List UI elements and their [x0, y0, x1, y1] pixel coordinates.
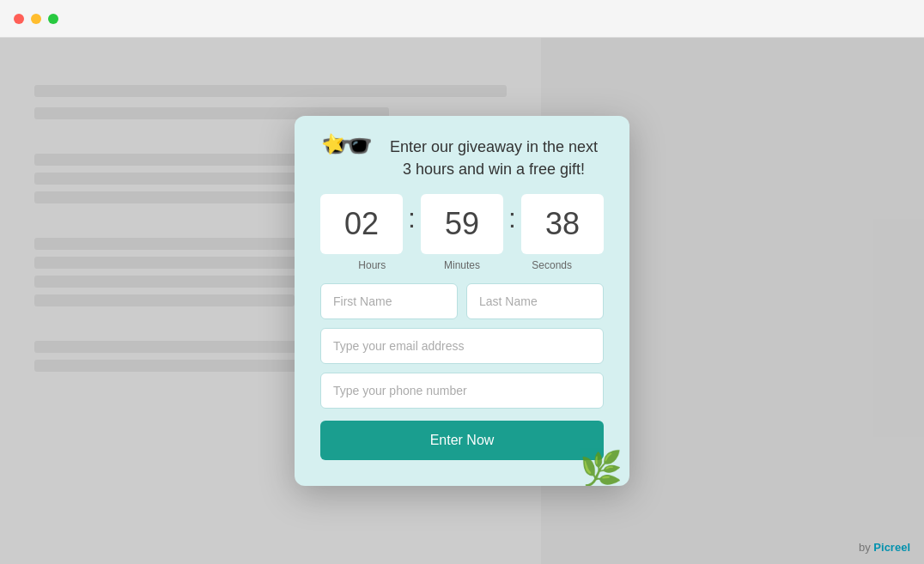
countdown-timer: 02 : 59 : 38	[320, 194, 604, 254]
seconds-value: 38	[545, 206, 580, 242]
email-row	[320, 328, 604, 364]
traffic-light-close[interactable]	[14, 14, 24, 24]
phone-row	[320, 373, 604, 409]
name-row	[320, 283, 604, 319]
giveaway-modal: ⭐ 🕶️ Enter our giveaway in the next 3 ho…	[295, 116, 629, 485]
enter-now-button[interactable]: Enter Now	[320, 421, 604, 460]
minutes-label: Minutes	[417, 259, 508, 271]
hours-value: 02	[344, 206, 379, 242]
plant-decoration: 🌿	[580, 452, 623, 486]
seconds-block: 38	[521, 194, 604, 254]
traffic-light-fullscreen[interactable]	[48, 14, 58, 24]
modal-title: Enter our giveaway in the next 3 hours a…	[384, 133, 604, 179]
seconds-label: Seconds	[507, 259, 597, 271]
separator-1: :	[403, 203, 421, 234]
modal-overlay: ⭐ 🕶️ Enter our giveaway in the next 3 ho…	[0, 38, 924, 564]
window-chrome	[0, 0, 924, 38]
time-labels: Hours Minutes Seconds	[320, 259, 604, 271]
minutes-block: 59	[421, 194, 503, 254]
email-input[interactable]	[320, 328, 604, 364]
hours-label: Hours	[327, 259, 417, 271]
first-name-input[interactable]	[320, 283, 458, 319]
phone-input[interactable]	[320, 373, 604, 409]
hours-block: 02	[320, 194, 403, 254]
modal-header: 🕶️ Enter our giveaway in the next 3 hour…	[320, 133, 604, 179]
traffic-light-minimize[interactable]	[31, 14, 41, 24]
separator-2: :	[503, 203, 521, 234]
minutes-value: 59	[445, 206, 479, 242]
last-name-input[interactable]	[466, 283, 604, 319]
